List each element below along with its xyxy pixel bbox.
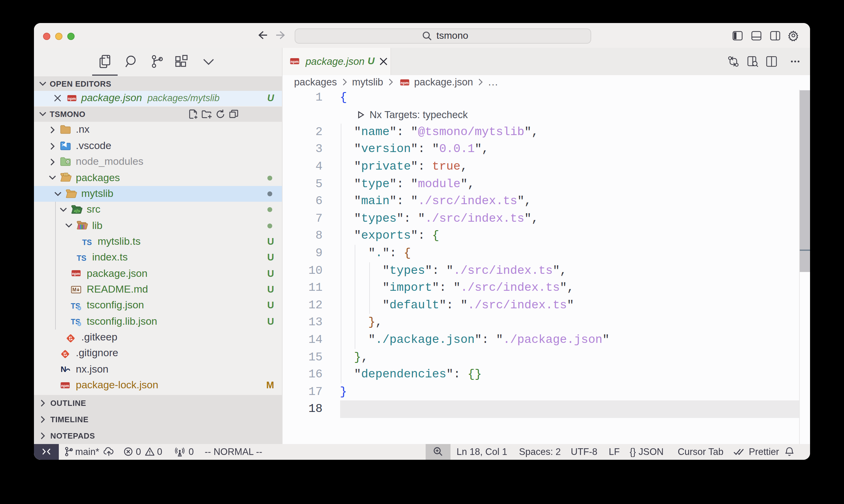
svg-text:N: N xyxy=(60,365,66,374)
svg-text:M: M xyxy=(72,287,76,292)
svg-text:TS: TS xyxy=(76,254,86,262)
svg-text:TS: TS xyxy=(82,238,91,247)
svg-text:npm: npm xyxy=(400,80,409,85)
svg-text:npm: npm xyxy=(290,59,299,64)
svg-text:npm: npm xyxy=(68,96,76,101)
svg-text:npm: npm xyxy=(61,383,69,388)
svg-text:</>: </> xyxy=(74,209,80,214)
svg-text:js: js xyxy=(66,160,69,163)
svg-text:npm: npm xyxy=(71,272,80,276)
